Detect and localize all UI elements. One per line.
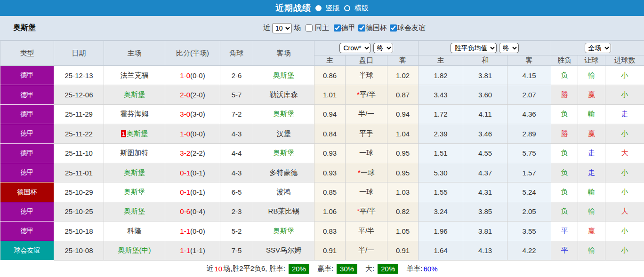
league-filter-label-2[interactable]: 球会友谊 xyxy=(397,24,426,32)
footer-summary-text: 场,胜2平2负6, 胜率: xyxy=(223,264,285,273)
result-cell: 负 xyxy=(551,143,578,163)
league-filter-checkbox-2[interactable] xyxy=(390,24,397,32)
league-filter-checkbox-1[interactable] xyxy=(358,24,365,32)
odds-stage-select[interactable]: 终 xyxy=(499,43,519,53)
goals-result-cell: 大 xyxy=(605,143,644,163)
footer-near-label: 近 xyxy=(206,264,213,273)
corners-cell: 6-5 xyxy=(220,182,253,202)
handicap-result-cell: 輸 xyxy=(578,66,605,85)
odds-type-select[interactable]: 胜平负均值 xyxy=(451,43,497,53)
big-rate-label: 大: xyxy=(365,264,374,273)
odds-home-cell: 1.55 xyxy=(419,182,463,202)
odds-draw-cell: 3.85 xyxy=(463,202,507,221)
odds-group-header: 胜平负均值 终 xyxy=(419,41,551,55)
handicap-result-cell: 赢 xyxy=(578,222,605,241)
ah-line-text: 半/一 xyxy=(358,246,374,254)
col-header-date: 日期 xyxy=(54,41,104,66)
away-team-name: 奥斯堡 xyxy=(273,149,294,157)
table-row: 德甲 25-11-01 奥斯堡 0-1(0-1) 4-3 多特蒙德 0.93 *… xyxy=(0,163,644,182)
odds-away-cell: 4.15 xyxy=(507,66,551,85)
same-home-checkbox[interactable] xyxy=(306,24,313,32)
recent-results-panel: 近期战绩 竖版 横版 奥斯堡 近 10 场 同主 德甲德国杯球会友谊 类型 xyxy=(0,0,644,277)
handicap-result-cell: 赢 xyxy=(578,85,605,104)
league-filter-label-1[interactable]: 德国杯 xyxy=(366,24,387,32)
ah-line-cell: *一球 xyxy=(346,163,387,182)
away-team-cell: 奥斯堡 xyxy=(253,222,314,241)
away-team-name: 汉堡 xyxy=(277,129,291,137)
games-count-select[interactable]: 10 xyxy=(272,23,292,33)
table-row: 德甲 25-10-18 科隆 1-1(0-0) 5-2 奥斯堡 0.83 平/半… xyxy=(0,222,644,241)
win-rate-badge: 20% xyxy=(289,264,309,274)
footer-games-count: 10 xyxy=(214,265,222,273)
corners-cell: 5-7 xyxy=(220,85,253,104)
league-filter-checkbox-0[interactable] xyxy=(334,24,341,32)
corners-cell: 5-2 xyxy=(220,222,253,241)
odds-home-cell: 3.43 xyxy=(419,85,463,104)
odds-draw-cell: 3.81 xyxy=(463,66,507,85)
table-row: 德甲 25-10-25 奥斯堡 0-6(0-4) 2-3 RB莱比锡 1.06 … xyxy=(0,202,644,221)
halftime-score: (0-0) xyxy=(190,71,205,79)
goals-result-cell: 小 xyxy=(605,241,644,260)
ah-line-cell: *平/半 xyxy=(346,202,387,221)
odds-home-cell: 1.82 xyxy=(419,66,463,85)
odds-away-cell: 1.57 xyxy=(507,163,551,182)
odds-draw-cell: 3.60 xyxy=(463,85,507,104)
odds-home-cell: 1.64 xyxy=(419,241,463,260)
league-type-cell: 德甲 xyxy=(0,202,54,221)
ah-line-cell: 半/一 xyxy=(346,104,387,124)
date-cell: 25-10-08 xyxy=(54,241,104,260)
date-cell: 25-10-18 xyxy=(54,222,104,241)
result-cell: 平 xyxy=(551,241,578,260)
odds-away-cell: 5.24 xyxy=(507,182,551,202)
ah-home-odds-cell: 0.91 xyxy=(314,241,346,260)
league-type-cell: 球会友谊 xyxy=(0,241,54,260)
goals-result-cell: 小 xyxy=(605,163,644,182)
ah-home-odds-cell: 0.86 xyxy=(314,66,346,85)
ah-company-select[interactable]: Crow* xyxy=(339,43,371,53)
corners-cell: 4-4 xyxy=(220,143,253,163)
away-team-cell: SSV乌尔姆 xyxy=(253,241,314,260)
handicap-result-cell: 輸 xyxy=(578,182,605,202)
horizontal-layout-radio[interactable] xyxy=(344,5,350,11)
corners-cell: 2-3 xyxy=(220,202,253,221)
home-team-cell: 奥斯堡 xyxy=(104,85,165,104)
goals-result-cell: 小 xyxy=(605,66,644,85)
date-cell: 25-11-29 xyxy=(54,104,104,124)
table-row: 德甲 25-11-22 1奥斯堡 1-0(0-0) 4-3 汉堡 0.84 平手… xyxy=(0,124,644,143)
home-team-name: 奥斯堡(中) xyxy=(118,246,151,254)
home-team-cell: 奥斯堡(中) xyxy=(104,241,165,260)
corners-cell: 7-5 xyxy=(220,241,253,260)
ah-line-cell: 平/半 xyxy=(346,222,387,241)
ah-home-odds-cell: 0.93 xyxy=(314,163,346,182)
scope-select[interactable]: 全场 xyxy=(585,43,611,53)
ah-stage-select[interactable]: 终 xyxy=(373,43,393,53)
handicap-result-cell: 輸 xyxy=(578,104,605,124)
ah-away-odds-cell: 0.82 xyxy=(387,202,419,221)
away-team-name: 勒沃库森 xyxy=(270,90,298,98)
result-cell: 勝 xyxy=(551,124,578,143)
vertical-layout-radio[interactable] xyxy=(315,5,322,11)
date-cell: 25-12-06 xyxy=(54,85,104,104)
ah-line-text: 平手 xyxy=(359,129,373,137)
away-team-cell: RB莱比锡 xyxy=(253,202,314,221)
ah-line-text: 平/半 xyxy=(360,90,376,98)
sub-header-odds-home: 主 xyxy=(419,55,463,66)
odds-home-cell: 1.51 xyxy=(419,143,463,163)
same-home-label[interactable]: 同主 xyxy=(315,24,329,32)
league-filter-label-0[interactable]: 德甲 xyxy=(341,24,355,32)
col-header-type: 类型 xyxy=(0,41,54,66)
summary-footer: 近 10 场,胜2平2负6, 胜率: 20% 赢率: 30% 大: 20% 单率… xyxy=(0,261,644,277)
table-row: 德国杯 25-10-29 奥斯堡 0-1(0-1) 6-5 波鸿 0.85 一球… xyxy=(0,182,644,202)
corners-cell: 2-6 xyxy=(220,66,253,85)
home-team-cell: 奥斯堡 xyxy=(104,202,165,221)
date-cell: 25-11-01 xyxy=(54,163,104,182)
vertical-layout-label[interactable]: 竖版 xyxy=(326,4,340,13)
ah-home-odds-cell: 0.94 xyxy=(314,104,346,124)
home-team-cell: 奥斯堡 xyxy=(104,163,165,182)
score-cell: 1-0(0-0) xyxy=(165,66,220,85)
home-team-name: 奥斯堡 xyxy=(124,207,145,215)
ah-away-odds-cell: 1.03 xyxy=(387,182,419,202)
horizontal-layout-label[interactable]: 横版 xyxy=(354,4,369,13)
halftime-score: (0-0) xyxy=(190,130,205,138)
table-row: 德甲 25-11-10 斯图加特 3-2(2-2) 4-4 奥斯堡 0.93 一… xyxy=(0,143,644,163)
